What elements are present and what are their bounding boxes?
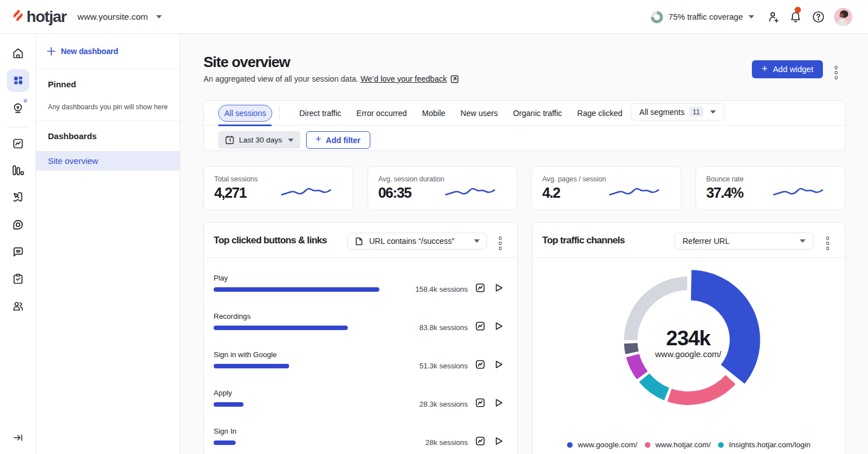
svg-text:234k: 234k — [666, 327, 711, 350]
svg-text:www.google.com/: www.google.com/ — [654, 349, 721, 359]
